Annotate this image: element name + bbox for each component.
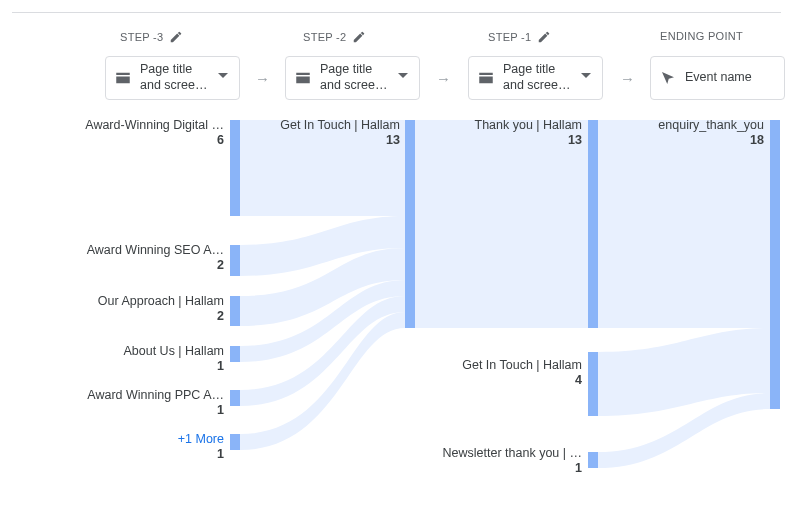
node-bar[interactable]: [230, 245, 240, 276]
step-header-label: ENDING POINT: [660, 30, 743, 42]
node-bar[interactable]: [230, 120, 240, 216]
node-bar[interactable]: [405, 120, 415, 328]
arrow-right-icon: →: [255, 70, 270, 87]
node-bar[interactable]: [770, 120, 780, 409]
node-bar[interactable]: [588, 352, 598, 416]
dimension-label: Event name: [685, 70, 775, 86]
pencil-icon[interactable]: [537, 30, 551, 44]
arrow-right-icon: →: [620, 70, 635, 87]
page-icon: [114, 69, 132, 87]
event-cursor-icon: [659, 69, 677, 87]
node-more-link[interactable]: +1 More 1: [60, 432, 224, 462]
chevron-down-icon: [398, 73, 408, 83]
node-label[interactable]: Get In Touch | Hallam 4: [432, 358, 582, 388]
step-header-m3: STEP -3: [120, 30, 183, 44]
dimension-label: Page title and scree…: [320, 62, 392, 93]
step-header-ending: ENDING POINT: [660, 30, 743, 42]
node-bar[interactable]: [230, 346, 240, 362]
node-label[interactable]: Award-Winning Digital … 6: [60, 118, 224, 148]
node-bar[interactable]: [588, 120, 598, 328]
step-header-m2: STEP -2: [303, 30, 366, 44]
page-icon: [294, 69, 312, 87]
dimension-picker-step-m3[interactable]: Page title and scree…: [105, 56, 240, 100]
dimension-label: Page title and scree…: [503, 62, 575, 93]
node-label[interactable]: Award Winning SEO A… 2: [60, 243, 224, 273]
chevron-down-icon: [581, 73, 591, 83]
node-label[interactable]: Award Winning PPC A… 1: [60, 388, 224, 418]
node-bar[interactable]: [230, 390, 240, 406]
dimension-picker-step-m2[interactable]: Page title and scree…: [285, 56, 420, 100]
dimension-label: Page title and scree…: [140, 62, 212, 93]
node-label[interactable]: Newsletter thank you | … 1: [432, 446, 582, 476]
node-label[interactable]: Get In Touch | Hallam 13: [250, 118, 400, 148]
node-label[interactable]: About Us | Hallam 1: [60, 344, 224, 374]
step-header-m1: STEP -1: [488, 30, 551, 44]
dimension-picker-ending[interactable]: Event name: [650, 56, 785, 100]
page-icon: [477, 69, 495, 87]
node-bar[interactable]: [588, 452, 598, 468]
node-label[interactable]: Thank you | Hallam 13: [432, 118, 582, 148]
node-bar[interactable]: [230, 296, 240, 326]
top-divider: [12, 12, 781, 13]
arrow-right-icon: →: [436, 70, 451, 87]
pencil-icon[interactable]: [169, 30, 183, 44]
chevron-down-icon: [218, 73, 228, 83]
node-label[interactable]: enquiry_thank_you 18: [614, 118, 764, 148]
step-header-label: STEP -3: [120, 31, 163, 43]
pencil-icon[interactable]: [352, 30, 366, 44]
node-label[interactable]: Our Approach | Hallam 2: [60, 294, 224, 324]
dimension-picker-step-m1[interactable]: Page title and scree…: [468, 56, 603, 100]
step-header-label: STEP -1: [488, 31, 531, 43]
node-bar[interactable]: [230, 434, 240, 450]
step-header-label: STEP -2: [303, 31, 346, 43]
